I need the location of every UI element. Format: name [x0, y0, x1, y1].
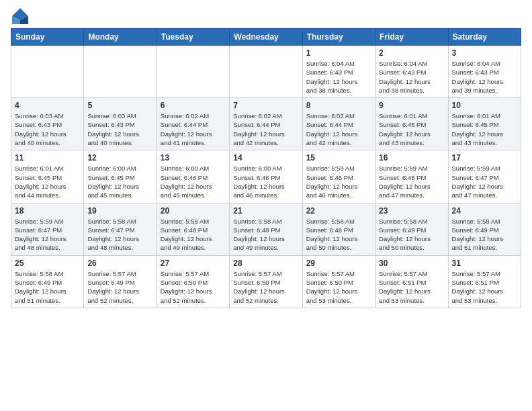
day-info: Sunrise: 6:02 AM Sunset: 6:44 PM Dayligh… [233, 111, 298, 147]
day-number: 7 [233, 101, 298, 110]
day-number: 26 [87, 259, 152, 268]
calendar-cell: 6Sunrise: 6:02 AM Sunset: 6:44 PM Daylig… [157, 98, 229, 150]
day-number: 2 [379, 48, 444, 58]
calendar-cell: 16Sunrise: 5:59 AM Sunset: 6:46 PM Dayli… [375, 150, 448, 203]
day-info: Sunrise: 5:59 AM Sunset: 6:47 PM Dayligh… [452, 164, 517, 199]
day-number: 9 [379, 101, 444, 110]
day-info: Sunrise: 6:04 AM Sunset: 6:43 PM Dayligh… [379, 59, 444, 95]
day-header-wednesday: Wednesday [230, 29, 302, 46]
day-number: 21 [233, 206, 298, 216]
day-number: 24 [452, 206, 517, 216]
day-info: Sunrise: 6:04 AM Sunset: 6:43 PM Dayligh… [452, 59, 517, 95]
day-header-saturday: Saturday [448, 29, 521, 46]
day-info: Sunrise: 6:01 AM Sunset: 6:45 PM Dayligh… [452, 111, 517, 147]
day-number: 5 [87, 101, 152, 110]
day-header-friday: Friday [375, 29, 448, 46]
day-info: Sunrise: 5:57 AM Sunset: 6:50 PM Dayligh… [306, 269, 371, 305]
day-number: 16 [379, 153, 444, 163]
day-number: 14 [233, 153, 298, 163]
day-number: 4 [15, 101, 80, 110]
day-info: Sunrise: 6:00 AM Sunset: 6:45 PM Dayligh… [87, 164, 152, 199]
calendar-cell: 13Sunrise: 6:00 AM Sunset: 6:46 PM Dayli… [157, 150, 229, 203]
days-of-week-row: SundayMondayTuesdayWednesdayThursdayFrid… [11, 29, 521, 46]
day-number: 12 [87, 153, 152, 163]
day-info: Sunrise: 5:58 AM Sunset: 6:47 PM Dayligh… [87, 217, 152, 253]
calendar-cell: 2Sunrise: 6:04 AM Sunset: 6:43 PM Daylig… [375, 46, 448, 98]
day-number: 19 [87, 206, 152, 216]
day-info: Sunrise: 5:58 AM Sunset: 6:49 PM Dayligh… [379, 217, 444, 253]
day-info: Sunrise: 5:57 AM Sunset: 6:51 PM Dayligh… [379, 269, 444, 305]
logo [11, 7, 32, 26]
page: SundayMondayTuesdayWednesdayThursdayFrid… [0, 0, 532, 411]
calendar-cell: 8Sunrise: 6:02 AM Sunset: 6:44 PM Daylig… [302, 98, 375, 150]
day-info: Sunrise: 6:04 AM Sunset: 6:43 PM Dayligh… [306, 59, 371, 95]
day-number: 25 [15, 259, 80, 268]
calendar-cell: 3Sunrise: 6:04 AM Sunset: 6:43 PM Daylig… [448, 46, 521, 98]
week-row-5: 25Sunrise: 5:58 AM Sunset: 6:49 PM Dayli… [11, 255, 521, 308]
day-number: 27 [161, 259, 226, 268]
calendar-cell [157, 46, 229, 98]
calendar-cell: 14Sunrise: 6:00 AM Sunset: 6:46 PM Dayli… [230, 150, 302, 203]
calendar-table: SundayMondayTuesdayWednesdayThursdayFrid… [11, 28, 521, 308]
day-info: Sunrise: 6:02 AM Sunset: 6:44 PM Dayligh… [161, 111, 226, 147]
calendar-cell: 1Sunrise: 6:04 AM Sunset: 6:43 PM Daylig… [302, 46, 375, 98]
day-header-monday: Monday [84, 29, 157, 46]
calendar-cell: 10Sunrise: 6:01 AM Sunset: 6:45 PM Dayli… [448, 98, 521, 150]
day-number: 28 [233, 259, 298, 268]
day-number: 15 [306, 153, 371, 163]
calendar-cell: 4Sunrise: 6:03 AM Sunset: 6:43 PM Daylig… [11, 98, 84, 150]
header [11, 7, 521, 26]
calendar-cell: 20Sunrise: 5:58 AM Sunset: 6:48 PM Dayli… [157, 203, 229, 255]
calendar-cell: 19Sunrise: 5:58 AM Sunset: 6:47 PM Dayli… [84, 203, 157, 255]
calendar-cell: 27Sunrise: 5:57 AM Sunset: 6:50 PM Dayli… [157, 255, 229, 308]
day-info: Sunrise: 6:01 AM Sunset: 6:45 PM Dayligh… [379, 111, 444, 147]
calendar-cell: 11Sunrise: 6:01 AM Sunset: 6:45 PM Dayli… [11, 150, 84, 203]
calendar-cell: 29Sunrise: 5:57 AM Sunset: 6:50 PM Dayli… [302, 255, 375, 308]
day-number: 13 [161, 153, 226, 163]
week-row-2: 4Sunrise: 6:03 AM Sunset: 6:43 PM Daylig… [11, 98, 521, 150]
calendar-cell: 21Sunrise: 5:58 AM Sunset: 6:48 PM Dayli… [230, 203, 302, 255]
day-number: 23 [379, 206, 444, 216]
week-row-1: 1Sunrise: 6:04 AM Sunset: 6:43 PM Daylig… [11, 46, 521, 98]
calendar-cell: 31Sunrise: 5:57 AM Sunset: 6:51 PM Dayli… [448, 255, 521, 308]
day-info: Sunrise: 6:03 AM Sunset: 6:43 PM Dayligh… [87, 111, 152, 147]
day-number: 31 [452, 259, 517, 268]
day-info: Sunrise: 6:03 AM Sunset: 6:43 PM Dayligh… [15, 111, 80, 147]
day-info: Sunrise: 6:00 AM Sunset: 6:46 PM Dayligh… [233, 164, 298, 199]
day-info: Sunrise: 6:00 AM Sunset: 6:46 PM Dayligh… [161, 164, 226, 199]
day-info: Sunrise: 5:59 AM Sunset: 6:46 PM Dayligh… [306, 164, 371, 199]
day-header-sunday: Sunday [11, 29, 84, 46]
calendar-cell: 24Sunrise: 5:58 AM Sunset: 6:49 PM Dayli… [448, 203, 521, 255]
day-header-thursday: Thursday [302, 29, 375, 46]
day-number: 6 [161, 101, 226, 110]
day-number: 17 [452, 153, 517, 163]
calendar-cell: 7Sunrise: 6:02 AM Sunset: 6:44 PM Daylig… [230, 98, 302, 150]
calendar-cell: 15Sunrise: 5:59 AM Sunset: 6:46 PM Dayli… [302, 150, 375, 203]
day-number: 18 [15, 206, 80, 216]
day-info: Sunrise: 5:59 AM Sunset: 6:47 PM Dayligh… [15, 217, 80, 253]
calendar-header: SundayMondayTuesdayWednesdayThursdayFrid… [11, 29, 521, 46]
day-number: 3 [452, 48, 517, 58]
calendar-cell: 25Sunrise: 5:58 AM Sunset: 6:49 PM Dayli… [11, 255, 84, 308]
day-info: Sunrise: 5:58 AM Sunset: 6:49 PM Dayligh… [452, 217, 517, 253]
day-info: Sunrise: 6:01 AM Sunset: 6:45 PM Dayligh… [15, 164, 80, 199]
day-info: Sunrise: 5:57 AM Sunset: 6:49 PM Dayligh… [87, 269, 152, 305]
day-info: Sunrise: 5:58 AM Sunset: 6:48 PM Dayligh… [233, 217, 298, 253]
day-info: Sunrise: 5:57 AM Sunset: 6:51 PM Dayligh… [452, 269, 517, 305]
calendar-cell [230, 46, 302, 98]
calendar-cell: 17Sunrise: 5:59 AM Sunset: 6:47 PM Dayli… [448, 150, 521, 203]
day-number: 8 [306, 101, 371, 110]
day-info: Sunrise: 5:57 AM Sunset: 6:50 PM Dayligh… [233, 269, 298, 305]
calendar-cell: 28Sunrise: 5:57 AM Sunset: 6:50 PM Dayli… [230, 255, 302, 308]
logo-icon [11, 7, 30, 26]
day-info: Sunrise: 5:58 AM Sunset: 6:48 PM Dayligh… [161, 217, 226, 253]
day-info: Sunrise: 5:58 AM Sunset: 6:49 PM Dayligh… [15, 269, 80, 305]
week-row-3: 11Sunrise: 6:01 AM Sunset: 6:45 PM Dayli… [11, 150, 521, 203]
day-info: Sunrise: 6:02 AM Sunset: 6:44 PM Dayligh… [306, 111, 371, 147]
calendar-cell: 9Sunrise: 6:01 AM Sunset: 6:45 PM Daylig… [375, 98, 448, 150]
calendar-cell: 5Sunrise: 6:03 AM Sunset: 6:43 PM Daylig… [84, 98, 157, 150]
day-info: Sunrise: 5:57 AM Sunset: 6:50 PM Dayligh… [161, 269, 226, 305]
calendar-cell: 23Sunrise: 5:58 AM Sunset: 6:49 PM Dayli… [375, 203, 448, 255]
calendar-cell [84, 46, 157, 98]
day-info: Sunrise: 5:58 AM Sunset: 6:48 PM Dayligh… [306, 217, 371, 253]
